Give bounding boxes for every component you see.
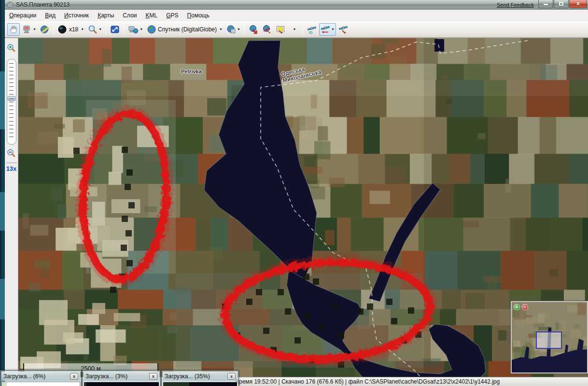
minimap-view-rect <box>536 332 561 348</box>
satellite-track-icon <box>321 25 330 34</box>
zoom-rect-button[interactable]: ▼ <box>86 23 103 36</box>
menu-source[interactable]: Источник <box>60 10 93 21</box>
toolbar-separator <box>54 24 54 35</box>
hand-icon <box>9 25 18 34</box>
toolbar-separator <box>106 24 106 35</box>
dropdown-arrow-icon[interactable]: ▼ <box>219 28 223 31</box>
download-options-dropdown[interactable]: ▼ <box>288 23 300 36</box>
fullscreen-button[interactable] <box>109 23 121 36</box>
background-window-edge <box>0 192 5 231</box>
background-window-edge <box>0 71 5 129</box>
selection-screen-icon <box>22 25 32 34</box>
progress-bar <box>1 382 80 386</box>
gps-connect-button[interactable] <box>306 23 318 36</box>
overview-minimap[interactable]: + − <box>511 301 588 373</box>
globe-route-icon <box>262 25 272 34</box>
window-titlebar[interactable]: SAS.Планета 90213 Send Feedback × <box>5 0 588 10</box>
download-title: Загрузка... (3%) <box>85 373 149 380</box>
measure-distance-button[interactable] <box>39 23 51 36</box>
close-icon: × <box>576 1 580 6</box>
download-title: Загрузка... (35%) <box>165 373 227 380</box>
menu-layers[interactable]: Слои <box>118 10 141 21</box>
zoom-out-icon[interactable] <box>7 149 16 158</box>
toolbar-separator <box>303 24 303 35</box>
progress-bar <box>163 382 238 386</box>
download-selection-button[interactable] <box>247 23 260 36</box>
ruler-globe-icon <box>40 25 50 34</box>
pan-tool-button[interactable] <box>7 23 20 36</box>
screen: { "window": { "title": "SAS.Планета 9021… <box>0 0 588 386</box>
globe-download-icon <box>249 25 258 34</box>
download-title: Загрузка... (6%) <box>3 373 70 380</box>
dark-sphere-icon <box>58 25 68 34</box>
close-icon[interactable]: x <box>227 373 236 380</box>
dropdown-arrow-icon[interactable]: ▼ <box>81 28 84 31</box>
menu-kml[interactable]: KML <box>141 10 162 21</box>
content-area: 13x Petrivka Одеська Миколаївськ <box>5 38 588 377</box>
fullscreen-icon <box>110 25 120 34</box>
map-source-button[interactable]: Спутник (DigitalGlobe) ▼ <box>145 23 224 36</box>
download-window-2[interactable]: Загрузка... (3%) x <box>82 370 161 386</box>
minimap-zoom-out-button[interactable]: − <box>522 304 528 310</box>
globe-grid-icon <box>226 25 236 34</box>
satellite-signal-icon <box>307 25 317 34</box>
status-text: Время 19:52:00 | Скачано 176 (676.6 Кб) … <box>235 378 500 385</box>
dropdown-arrow-icon[interactable]: ▼ <box>331 28 335 31</box>
menu-help[interactable]: Помощь <box>183 10 214 21</box>
map-canvas[interactable] <box>18 38 588 377</box>
zoom-slider[interactable] <box>7 59 16 145</box>
dropdown-arrow-icon[interactable]: ▼ <box>98 28 102 31</box>
download-route-button[interactable] <box>261 23 273 36</box>
menu-view[interactable]: Вид <box>41 10 60 21</box>
menu-maps[interactable]: Карты <box>93 10 118 21</box>
layers-button[interactable]: ▼ <box>225 23 242 36</box>
download-window-1[interactable]: Загрузка... (6%) x <box>0 370 82 386</box>
close-button[interactable]: × <box>569 0 587 8</box>
close-icon[interactable]: x <box>70 373 78 380</box>
toolbar-separator <box>124 24 124 35</box>
zoom-slider-ticks <box>9 63 14 140</box>
magnifier-icon <box>88 25 98 34</box>
download-polygon-button[interactable] <box>274 23 287 36</box>
map-polygon-icon <box>276 25 285 34</box>
minimap-resize-grip[interactable] <box>507 332 510 345</box>
desktop-background-strip <box>0 0 5 386</box>
map-viewport[interactable]: Petrivka Одеська Миколаївська 2500 м + − <box>18 38 588 377</box>
app-planet-icon <box>7 1 14 8</box>
zoom-slider-handle[interactable] <box>8 96 15 101</box>
dropdown-arrow-icon[interactable]: ▼ <box>33 28 36 31</box>
minimize-icon <box>544 4 548 5</box>
map-source-label: Спутник (DigitalGlobe) <box>158 26 217 33</box>
menu-operations[interactable]: Операции <box>5 10 41 21</box>
progress-bar <box>84 382 159 386</box>
main-toolbar: ▼ x18 ▼ ▼ <box>5 21 588 38</box>
zoom-panel: 13x <box>5 38 18 377</box>
sas-planet-window: SAS.Планета 90213 Send Feedback × Операц… <box>5 0 588 386</box>
maximize-button[interactable] <box>554 0 569 8</box>
zoom-scale-label: x18 <box>69 26 78 33</box>
zoom-scale-button[interactable]: x18 ▼ <box>56 23 85 36</box>
gps-track-button[interactable]: ▼ <box>319 23 336 36</box>
close-icon[interactable]: x <box>149 373 157 380</box>
dropdown-arrow-icon[interactable]: ▼ <box>140 28 143 31</box>
toolbar-separator <box>244 24 245 35</box>
gps-point-button[interactable] <box>337 23 350 36</box>
background-window-edge <box>0 279 5 319</box>
send-feedback-link[interactable]: Send Feedback <box>497 2 534 8</box>
monitor-globe-icon <box>128 25 139 34</box>
dropdown-arrow-icon[interactable]: ▼ <box>237 28 240 31</box>
earth-globe-icon <box>147 25 156 34</box>
maximize-icon <box>559 2 563 6</box>
satellite-marker-icon <box>338 25 348 34</box>
window-title: SAS.Планета 90213 <box>16 1 70 8</box>
menu-bar: Операции Вид Источник Карты Слои KML GPS… <box>5 10 588 21</box>
minimize-button[interactable] <box>538 0 553 8</box>
selection-tool-button[interactable]: ▼ <box>21 23 38 36</box>
minimap-zoom-in-button[interactable]: + <box>514 304 520 310</box>
view-mode-button[interactable]: ▼ <box>126 23 144 36</box>
download-window-3[interactable]: Загрузка... (35%) x <box>161 370 239 386</box>
zoom-in-icon[interactable] <box>7 43 16 53</box>
zoom-level-label: 13x <box>6 165 17 172</box>
divider <box>6 163 17 163</box>
menu-gps[interactable]: GPS <box>162 10 182 21</box>
